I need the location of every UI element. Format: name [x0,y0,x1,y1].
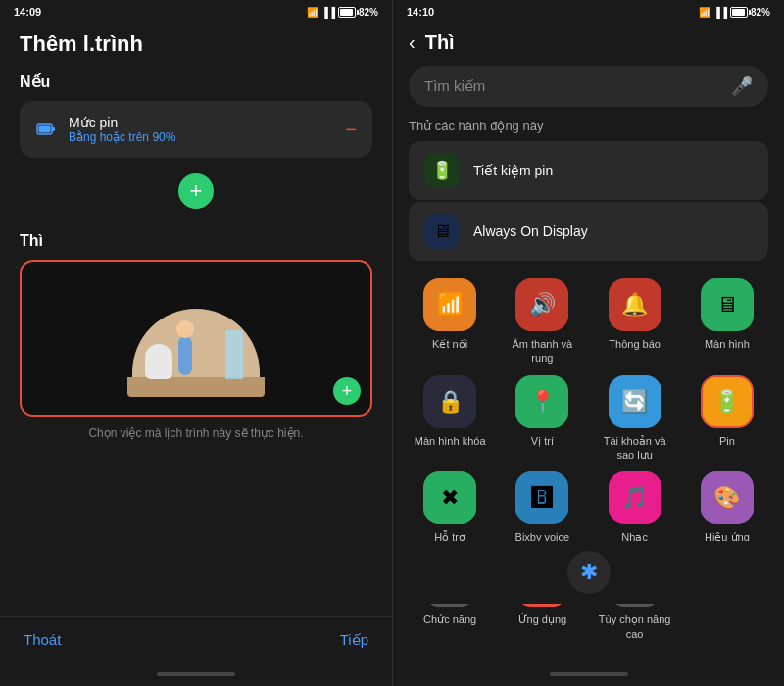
aod-label: Always On Display [473,223,588,239]
aod-icon: 🖥 [433,221,451,242]
grid-item-vi-tri[interactable]: 📍 Vị trí [501,375,583,463]
right-status-icons: 📶 ▐▐ 82% [699,7,770,18]
then-section: Thì + Chọn việc mà lịc [20,232,372,440]
tiet-kiem-label: Tiết kiệm pin [473,163,553,178]
thong-bao-label: Thông báo [609,337,661,351]
back-header: ‹ Thì [393,22,784,62]
scene-add-button[interactable]: + [333,377,361,405]
thong-bao-icon: 🔔 [609,278,662,331]
ket-noi-icon: 📶 [423,278,476,331]
wifi-icon: 📶 [307,7,318,18]
condition-subtitle: Bằng hoặc trên 90% [69,130,175,144]
grid-item-ho-tro[interactable]: ✖ Hỗ trợ [409,471,491,544]
grid-item-man-hinh-khoa[interactable]: 🔒 Màn hình khóa [409,375,491,463]
right-battery-pct: 82% [751,7,770,18]
grid-item-pin[interactable]: 🔋 Pin [686,375,768,463]
grid-item-thong-bao[interactable]: 🔔 Thông báo [594,278,676,366]
home-bar [157,672,235,676]
vi-tri-label: Vị trí [531,434,554,448]
grid-item-hieu-ung[interactable]: 🎨 Hiệu ứng [686,471,768,544]
aod-icon-box: 🖥 [424,214,460,249]
left-status-bar: 14:09 📶 ▐▐ 82% [0,0,392,22]
condition-card[interactable]: Mức pin Bằng hoặc trên 90% − [20,101,372,158]
search-bar[interactable]: Tìm kiếm 🎤 [409,66,768,107]
back-button[interactable]: ‹ [409,31,416,54]
mic-icon[interactable]: 🎤 [731,75,753,97]
right-screen: Thử các hành động này 🔋 Tiết kiệm pin 🖥 … [393,119,784,662]
tai-khoan-label: Tài khoản và sao lưu [594,434,676,463]
bottom-nav: Thoát Tiếp [0,616,392,662]
tiet-kiem-icon-box: 🔋 [424,153,460,188]
action-row-tiet-kiem[interactable]: 🔋 Tiết kiệm pin [409,141,768,200]
search-input[interactable]: Tìm kiếm [424,77,721,95]
scene-image[interactable]: + [20,260,372,416]
man-hinh-khoa-label: Màn hình khóa [415,434,486,448]
tiet-kiem-icon: 🔋 [431,160,453,181]
am-thanh-icon: 🔊 [515,278,568,331]
bixby-icon: 🅱 [515,471,568,524]
grid-item-man-hinh[interactable]: 🖥 Màn hình [686,278,768,366]
battery-pct: 82% [359,7,378,18]
left-screen-content: Thêm l.trình Nếu Mức pin Bằng hoặc trên … [0,22,392,616]
pin-label: Pin [719,434,735,448]
page-title: Thêm l.trình [20,31,372,57]
vi-tri-icon: 📍 [515,375,568,428]
man-hinh-icon: 🖥 [701,278,754,331]
right-time: 14:10 [407,6,434,18]
tuy-chon-label: Tùy chọn nâng cao [594,612,676,641]
home-indicator [0,662,392,686]
right-home-bar [550,672,628,676]
scene-hint: Chọn việc mà lịch trình này sẽ thực hiện… [20,426,372,440]
fab-button[interactable]: ✱ [567,551,611,594]
condition-text: Mức pin Bằng hoặc trên 90% [69,115,175,144]
right-status-bar: 14:10 📶 ▐▐ 82% [393,0,784,22]
then-label: Thì [20,232,372,250]
grid-item-ket-noi[interactable]: 📶 Kết nối [409,278,491,366]
condition-left: Mức pin Bằng hoặc trên 90% [35,115,175,144]
condition-title: Mức pin [69,115,175,130]
back-title: Thì [425,31,455,54]
exit-button[interactable]: Thoát [24,631,61,649]
man-hinh-khoa-icon: 🔒 [423,375,476,428]
action-row-aod[interactable]: 🖥 Always On Display [409,202,768,261]
grid-item-tai-khoan[interactable]: 🔄 Tài khoản và sao lưu [594,375,676,463]
ho-tro-icon: ✖ [423,471,476,524]
grid-item-nhac[interactable]: 🎵 Nhạc [594,471,676,544]
if-label: Nếu [20,73,372,91]
quick-actions: 🔋 Tiết kiệm pin 🖥 Always On Display [393,141,784,261]
right-phone: 14:10 📶 ▐▐ 82% ‹ Thì Tìm kiếm 🎤 Thử các … [392,0,784,686]
left-phone: 14:09 📶 ▐▐ 82% Thêm l.trình Nếu Mức p [0,0,392,686]
actions-section-label: Thử các hành động này [393,119,784,141]
signal-icon: ▐▐ [321,7,335,18]
left-time: 14:09 [14,6,41,18]
man-hinh-label: Màn hình [705,337,750,351]
grid-item-bixby[interactable]: 🅱 Bixby voice [501,471,583,544]
next-button[interactable]: Tiếp [340,631,368,649]
grid-item-am-thanh[interactable]: 🔊 Âm thanh và rung [501,278,583,366]
right-signal-icon: ▐▐ [713,7,727,18]
nhac-icon: 🎵 [609,471,662,524]
remove-condition-button[interactable]: − [345,119,357,141]
add-condition-button[interactable]: + [178,173,214,209]
chuc-nang-label: Chức năng [423,612,476,626]
right-wifi-icon: 📶 [699,7,710,18]
svg-rect-2 [39,126,51,133]
pin-icon: 🔋 [701,375,754,428]
right-battery-icon [730,7,748,18]
right-home-indicator [393,662,784,686]
tai-khoan-icon: 🔄 [609,375,662,428]
am-thanh-label: Âm thanh và rung [501,337,583,366]
condition-battery-icon [35,119,57,140]
svg-rect-1 [52,127,55,131]
ket-noi-label: Kết nối [432,337,467,351]
hieu-ung-icon: 🎨 [701,471,754,524]
battery-icon [338,7,356,18]
ung-dung-label: Ứng dụng [518,612,567,626]
left-status-icons: 📶 ▐▐ 82% [307,7,378,18]
bottom-fab-area: ✱ [393,541,784,604]
